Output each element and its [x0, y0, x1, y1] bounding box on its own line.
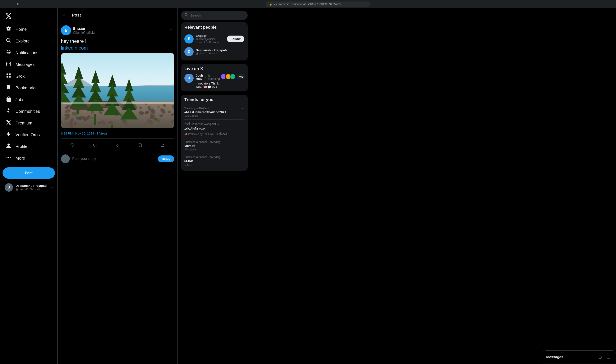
bookmarks-icon: [6, 85, 11, 91]
svg-point-4: [8, 108, 10, 110]
expand-icon: [607, 355, 611, 359]
trend-item-3[interactable]: Business & finance · Trending ··· $LINK …: [184, 153, 244, 168]
trend-tag-2: Memefi: [184, 144, 244, 147]
trend-more-3[interactable]: ···: [242, 156, 244, 158]
sidebar-item-verified-orgs[interactable]: Verified Orgs: [2, 129, 55, 141]
sidebar-item-more[interactable]: More: [2, 152, 55, 164]
post-header-title: Post: [72, 13, 81, 18]
promoted-icon: 📣: [184, 133, 187, 136]
back-arrow-icon: [63, 13, 67, 17]
trend-meta-3: Business & finance · Trending ···: [184, 156, 244, 158]
sidebar-item-bookmarks[interactable]: Bookmarks: [2, 82, 55, 94]
forward-nav-button[interactable]: →: [8, 1, 14, 7]
retweet-action-button[interactable]: [91, 141, 99, 149]
post-image[interactable]: [61, 53, 174, 128]
x-logo[interactable]: [2, 10, 55, 23]
messages-label: Messages: [15, 62, 35, 67]
live-speaking-label: is speaking: [208, 74, 220, 80]
like-icon: [115, 143, 120, 147]
author-details: Engagr @bchief_official: [73, 26, 95, 34]
post-more-button[interactable]: [167, 25, 174, 33]
post-button[interactable]: Post: [2, 167, 55, 179]
author-avatar[interactable]: E: [61, 25, 71, 35]
post-views[interactable]: 9 Views: [97, 131, 108, 135]
reply-button[interactable]: Reply: [158, 156, 174, 162]
trend-more-2[interactable]: ···: [242, 140, 244, 143]
sidebar-item-notifications[interactable]: Notifications: [2, 47, 55, 59]
promoted-text: Promoted by The Loyal Pin ปั้นภักดิ์: [188, 133, 227, 136]
svg-point-5: [6, 157, 7, 158]
listener-count: +63: [237, 74, 245, 79]
sidebar-item-profile[interactable]: Profile: [2, 141, 55, 152]
people-avatar-0[interactable]: E: [184, 34, 194, 43]
sidebar-item-messages[interactable]: Messages: [2, 59, 55, 70]
svg-point-10: [171, 29, 172, 29]
reply-action-button[interactable]: [68, 141, 76, 149]
search-input[interactable]: [191, 13, 244, 17]
relevant-people-title: Relevant people: [184, 25, 244, 30]
jobs-icon: [6, 96, 11, 103]
live-speaker-row: Josh Olin ✓ is speaking: [196, 74, 220, 81]
post-more-icon: [168, 27, 172, 31]
share-action-button[interactable]: [159, 141, 167, 149]
more-icon: [6, 155, 11, 161]
author-name: Engagr: [73, 26, 95, 31]
notifications-icon: [6, 49, 11, 56]
trend-more-0[interactable]: ···: [242, 107, 244, 110]
sidebar-item-jobs[interactable]: Jobs: [2, 94, 55, 105]
trend-item-0[interactable]: Trending in Thailand ··· #MissUniverseTh…: [184, 104, 244, 120]
reply-input[interactable]: [72, 157, 155, 161]
live-item: J Josh Olin ✓ is speaking Innovators Thi…: [184, 74, 244, 89]
sidebar-item-explore[interactable]: Explore: [2, 35, 55, 47]
new-message-button[interactable]: [597, 353, 604, 361]
svg-rect-3: [9, 76, 11, 78]
expand-messages-button[interactable]: [605, 353, 612, 361]
search-input-wrapper[interactable]: [181, 11, 248, 20]
back-button[interactable]: [61, 11, 69, 19]
bookmark-action-button[interactable]: [136, 141, 144, 149]
svg-rect-2: [6, 76, 8, 78]
sidebar-item-premium[interactable]: Premium: [2, 117, 55, 129]
trend-meta-1: คืนนี้ 22.15 ทาง WorkpointTV: [184, 122, 244, 126]
sidebar-item-grok[interactable]: Grok: [2, 70, 55, 82]
messages-panel-header[interactable]: Messages: [543, 351, 616, 364]
sidebar-footer-profile[interactable]: D Deepanshu Prajapati @blockC_School ···: [2, 181, 55, 194]
new-message-icon: [598, 355, 602, 359]
messages-panel-icons: [597, 353, 612, 361]
live-listeners[interactable]: +63: [222, 74, 245, 79]
messages-icon: [6, 61, 11, 68]
svg-rect-0: [6, 73, 8, 75]
people-desc-0: Social Ads Protocol: [196, 40, 225, 44]
post-actions: [61, 139, 174, 152]
people-info-0: Engagr @bchief_official Social Ads Proto…: [196, 34, 225, 44]
trend-tag-0: #MissUniverseThailand2024: [184, 110, 244, 114]
profile-label: Profile: [15, 144, 28, 149]
reply-icon: [70, 143, 74, 147]
trend-category-1: คืนนี้ 22.15 ทาง WorkpointTV: [184, 122, 219, 126]
post-header: Post: [58, 8, 178, 22]
sidebar-item-home[interactable]: Home: [2, 24, 55, 35]
share-icon: [161, 143, 165, 147]
sidebar-item-communities[interactable]: Communities: [2, 105, 55, 117]
people-name-0: Engagr: [196, 34, 225, 38]
trend-item-1[interactable]: คืนนี้ 22.15 ทาง WorkpointTV #ปั้นภักดิ์…: [184, 120, 244, 138]
explore-icon: [6, 38, 11, 44]
follow-button-0[interactable]: Follow: [227, 36, 245, 42]
people-avatar-1[interactable]: D: [184, 47, 194, 56]
trends-card: Trends for you Trending in Thailand ··· …: [181, 95, 248, 171]
reload-button[interactable]: ↻: [15, 1, 21, 7]
page-wrap: Home Explore Notifications: [0, 8, 251, 364]
like-action-button[interactable]: [113, 141, 122, 149]
grok-label: Grok: [15, 74, 25, 79]
post-link[interactable]: linkedin.com: [61, 45, 88, 51]
x-logo-icon: [5, 13, 12, 19]
post-text: hey theere !! linkedin.com: [61, 38, 174, 51]
live-event-title: Innovators Think Tank 🧠💬 #74: [196, 82, 220, 89]
live-verified-icon: ✓: [204, 76, 207, 79]
people-handle-0: @bchief_official: [196, 38, 225, 40]
trend-item-2[interactable]: Business & finance · Trending ··· Memefi…: [184, 138, 244, 153]
trend-tag-3: $LINK: [184, 159, 244, 163]
live-speaker-avatar[interactable]: J: [184, 74, 194, 83]
back-nav-button[interactable]: ←: [2, 1, 8, 7]
address-bar[interactable]: 🔒 x.com/bchief_official/status/185775001…: [266, 1, 370, 7]
